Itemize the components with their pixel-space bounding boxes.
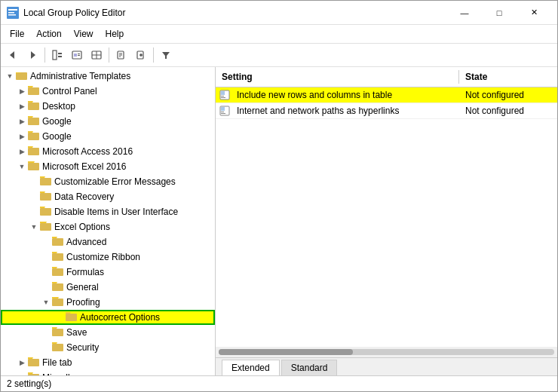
maximize-button[interactable]: □: [482, 3, 517, 23]
expand-google2[interactable]: ▶: [16, 130, 28, 142]
tree-item-security[interactable]: ▶ Security: [1, 340, 215, 355]
new-button[interactable]: [132, 46, 150, 64]
left-panel[interactable]: ▼ Administrative Templates ▶: [1, 67, 216, 375]
tree-item-admin-templates[interactable]: ▼ Administrative Templates: [1, 69, 215, 84]
back-button[interactable]: [4, 46, 22, 64]
tree-item-customize-ribbon[interactable]: ▶ Customize Ribbon: [1, 250, 215, 265]
main-window: Local Group Policy Editor — □ ✕ File Act…: [0, 0, 558, 392]
expand-control-panel[interactable]: ▶: [16, 85, 28, 97]
expand-ms-access[interactable]: ▶: [16, 145, 28, 158]
forward-button[interactable]: [23, 46, 41, 64]
tree-item-save[interactable]: ▶ Save: [1, 325, 215, 340]
app-icon: [7, 7, 19, 19]
svg-rect-40: [52, 299, 63, 306]
toolbar-sep-3: [153, 47, 154, 63]
tree-item-disable-items[interactable]: ▶ Disable Items in User Interface: [1, 204, 215, 219]
menu-view[interactable]: View: [68, 26, 100, 41]
tree-item-ms-excel[interactable]: ▼ Microsoft Excel 2016: [1, 159, 215, 174]
minimize-button[interactable]: —: [447, 3, 482, 23]
tree-item-file-tab[interactable]: ▶ File tab: [1, 355, 215, 370]
expand-excel-options[interactable]: ▼: [28, 221, 40, 233]
tree-item-autocorrect[interactable]: ▶ Autocorrect Options: [1, 310, 215, 325]
tree-label-ms-access: Microsoft Access 2016: [42, 146, 133, 157]
folder-icon-security: [52, 341, 64, 355]
svg-rect-38: [52, 268, 63, 276]
col-header-setting: Setting: [216, 70, 459, 84]
tree-item-proofing[interactable]: ▼ Proofing: [1, 295, 215, 310]
tree-item-general[interactable]: ▶ General: [1, 280, 215, 295]
tree-item-google1[interactable]: ▶ Google: [1, 114, 215, 129]
tree-label-google2: Google: [42, 131, 72, 142]
tree-label-admin-templates: Administrative Templates: [30, 71, 130, 81]
svg-rect-8: [58, 56, 62, 57]
edit-button[interactable]: [112, 46, 130, 64]
tree-item-ms-access[interactable]: ▶ Microsoft Access 2016: [1, 144, 215, 159]
folder-icon-desktop: [28, 100, 40, 114]
tree-label-google1: Google: [42, 116, 72, 127]
show-hide-button[interactable]: [48, 46, 66, 64]
close-button[interactable]: ✕: [517, 3, 551, 23]
row-icon-0: [219, 89, 231, 101]
folder-icon-general: [52, 280, 64, 295]
folder-icon-customize-ribbon: [52, 250, 64, 265]
svg-rect-2: [8, 12, 14, 14]
h-scrollbar-thumb[interactable]: [219, 349, 353, 355]
menu-help[interactable]: Help: [100, 26, 130, 41]
extend-button[interactable]: [87, 46, 106, 64]
tree-item-desktop[interactable]: ▶ Desktop: [1, 99, 215, 114]
toolbar-sep-1: [44, 47, 45, 63]
tree-item-formulas[interactable]: ▶ Formulas: [1, 265, 215, 280]
svg-rect-55: [221, 113, 225, 114]
tree-item-advanced[interactable]: ▶ Advanced: [1, 234, 215, 250]
tree-label-security: Security: [66, 342, 99, 353]
folder-icon-ms-access: [28, 145, 40, 159]
expand-desktop[interactable]: ▶: [16, 100, 28, 112]
svg-marker-23: [162, 52, 170, 59]
tree-item-excel-options[interactable]: ▼ Excel Options: [1, 219, 215, 234]
tab-standard[interactable]: Standard: [281, 360, 338, 375]
tree-item-google2[interactable]: ▶ Google: [1, 129, 215, 144]
expand-google1[interactable]: ▶: [16, 115, 28, 127]
properties-button[interactable]: [68, 46, 86, 64]
menu-action[interactable]: Action: [30, 26, 67, 41]
svg-rect-36: [52, 238, 63, 246]
folder-icon-google2: [28, 130, 40, 144]
svg-rect-12: [78, 55, 80, 56]
folder-icon-save: [52, 326, 64, 340]
right-panel: Setting State Include new rows and: [216, 67, 557, 375]
status-text: 2 setting(s): [7, 378, 51, 389]
tree-label-customizable-errors: Customizable Error Messages: [54, 176, 176, 187]
tree-label-save: Save: [66, 327, 87, 338]
tree-label-file-tab: File tab: [42, 357, 72, 368]
menu-file[interactable]: File: [4, 26, 30, 41]
h-scrollbar[interactable]: [219, 349, 554, 355]
tree-item-control-panel[interactable]: ▶ Control Panel: [1, 84, 215, 99]
h-scrollbar-area[interactable]: [216, 347, 557, 357]
toolbar: [1, 44, 557, 67]
table-header: Setting State: [216, 67, 557, 87]
folder-icon-customizable-errors: [40, 175, 52, 189]
expand-ms-excel[interactable]: ▼: [16, 161, 28, 173]
svg-rect-32: [40, 178, 51, 185]
table-body[interactable]: Include new rows and columns in table No…: [216, 87, 557, 347]
tree-label-desktop: Desktop: [42, 101, 75, 112]
svg-rect-53: [221, 107, 225, 111]
folder-icon-file-tab: [28, 356, 40, 370]
toolbar-sep-2: [109, 47, 109, 63]
tree-item-customizable-errors[interactable]: ▶ Customizable Error Messages: [1, 174, 215, 189]
tree-item-miscellaneous[interactable]: ▶ Miscellaneous: [1, 370, 215, 375]
svg-rect-49: [221, 91, 225, 95]
tree-view: ▼ Administrative Templates ▶: [1, 67, 215, 375]
table-row[interactable]: Internet and network paths as hyperlinks…: [216, 103, 557, 119]
filter-button[interactable]: [157, 46, 175, 64]
tree-item-data-recovery[interactable]: ▶ Data Recovery: [1, 189, 215, 204]
expand-admin-templates[interactable]: ▼: [4, 70, 16, 82]
tab-extended[interactable]: Extended: [222, 360, 280, 375]
svg-rect-50: [221, 96, 224, 96]
menu-bar: File Action View Help: [1, 25, 557, 44]
expand-proofing[interactable]: ▼: [40, 296, 52, 308]
table-row[interactable]: Include new rows and columns in table No…: [216, 87, 557, 103]
title-bar: Local Group Policy Editor — □ ✕: [1, 1, 557, 25]
expand-file-tab[interactable]: ▶: [16, 357, 28, 369]
folder-icon-ms-excel: [28, 160, 40, 174]
